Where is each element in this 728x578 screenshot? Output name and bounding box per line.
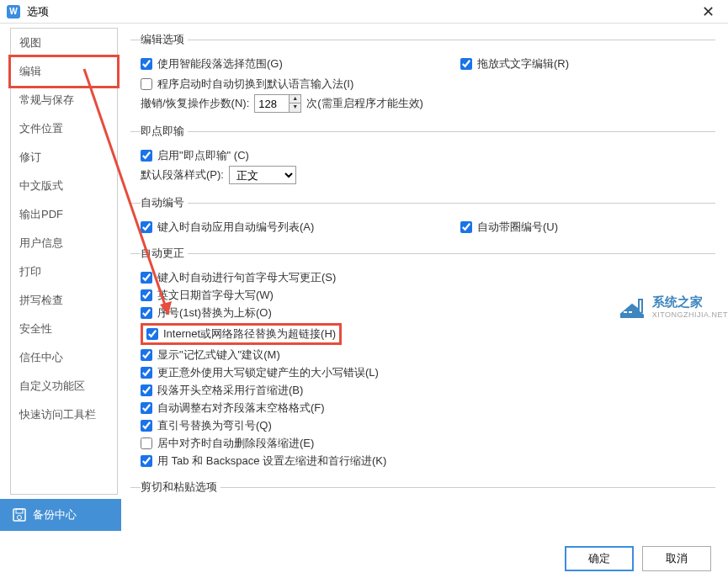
sidebar-item-user-info[interactable]: 用户信息 xyxy=(11,229,117,257)
sidebar-item-spellcheck[interactable]: 拼写检查 xyxy=(11,286,117,315)
checkbox-auto-list[interactable] xyxy=(141,221,152,233)
fieldset-cut-paste: 剪切和粘贴选项 xyxy=(130,480,715,499)
checkbox-ordinal-super[interactable] xyxy=(141,307,152,319)
spinner-down-icon[interactable]: ▼ xyxy=(290,103,300,112)
checkbox-smart-quotes[interactable] xyxy=(141,420,152,432)
checkbox-auto-circle[interactable] xyxy=(460,221,472,233)
checkbox-auto-ime[interactable] xyxy=(141,78,152,90)
select-default-style[interactable]: 正文 xyxy=(229,166,296,184)
disk-icon xyxy=(13,508,26,522)
footer-area: 备份中心 确定 取消 xyxy=(0,499,728,578)
backup-center-label: 备份中心 xyxy=(33,507,77,522)
checkbox-enable-click[interactable] xyxy=(141,150,152,162)
sidebar-item-export-pdf[interactable]: 输出PDF xyxy=(11,200,117,229)
checkbox-capslock-correct[interactable] xyxy=(141,367,152,379)
checkbox-drag-edit[interactable] xyxy=(460,58,472,70)
sidebar-item-trust-center[interactable]: 信任中心 xyxy=(11,343,117,372)
fieldset-click-type: 即点即输 启用"即点即输" (C) 默认段落样式(P): 正文 xyxy=(130,124,715,188)
watermark: 系统之家 XITONGZHIJIA.NET xyxy=(617,293,728,320)
sidebar-item-edit[interactable]: 编辑 xyxy=(8,55,120,88)
label-smart-paragraph: 使用智能段落选择范围(G) xyxy=(157,56,283,72)
spinner-up-icon[interactable]: ▲ xyxy=(290,95,300,103)
legend-click: 即点即输 xyxy=(141,124,188,139)
label-date-cap: 英文日期首字母大写(W) xyxy=(157,288,274,303)
backup-center-button[interactable]: 备份中心 xyxy=(0,499,121,531)
legend-cutpaste: 剪切和粘贴选项 xyxy=(141,480,221,495)
sidebar-item-view[interactable]: 视图 xyxy=(11,29,117,57)
label-auto-ime: 程序启动时自动切换到默认语言输入法(I) xyxy=(157,77,353,92)
undo-steps-input[interactable] xyxy=(255,95,289,112)
cancel-button[interactable]: 取消 xyxy=(642,546,711,571)
sidebar-item-revision[interactable]: 修订 xyxy=(11,143,117,172)
sidebar-item-general-save[interactable]: 常规与保存 xyxy=(11,86,117,114)
checkbox-date-cap[interactable] xyxy=(141,289,152,301)
window-title: 选项 xyxy=(27,4,49,19)
checkbox-right-align-space[interactable] xyxy=(141,402,152,414)
ok-button[interactable]: 确定 xyxy=(565,546,634,571)
fieldset-auto-number: 自动编号 键入时自动应用自动编号列表(A) 自动带圈编号(U) xyxy=(130,195,715,239)
label-smart-quotes: 直引号替换为弯引号(Q) xyxy=(157,418,272,433)
label-ordinal-super: 序号(1st)替换为上标(O) xyxy=(157,305,272,321)
label-tab-indent: 用 Tab 和 Backspace 设置左缩进和首行缩进(K) xyxy=(157,453,386,469)
sidebar-item-custom-ribbon[interactable]: 自定义功能区 xyxy=(11,372,117,400)
label-internet-hyperlink: Internet或网络路径替换为超链接(H) xyxy=(163,326,336,342)
sidebar: 视图 编辑 常规与保存 文件位置 修订 中文版式 输出PDF 用户信息 打印 拼… xyxy=(10,28,118,495)
label-undo-suffix: 次(需重启程序才能生效) xyxy=(306,96,423,111)
svg-point-6 xyxy=(18,516,22,520)
label-enable-click: 启用"即点即输" (C) xyxy=(157,148,249,163)
label-capslock-correct: 更正意外使用大写锁定键产生的大小写错误(L) xyxy=(157,365,379,380)
label-auto-circle: 自动带圈编号(U) xyxy=(477,220,558,235)
content-panel: 编辑选项 使用智能段落选择范围(G) 拖放式文字编辑(R) 程序启动时自动切换到… xyxy=(118,24,728,499)
checkbox-smart-paragraph[interactable] xyxy=(141,58,152,70)
legend-autocorrect: 自动更正 xyxy=(141,246,188,261)
checkbox-internet-hyperlink[interactable] xyxy=(146,328,158,340)
label-center-indent: 居中对齐时自动删除段落缩进(E) xyxy=(157,436,314,451)
label-autocomplete: 显示"记忆式键入"建议(M) xyxy=(157,347,280,363)
watermark-logo-icon xyxy=(617,293,647,320)
label-right-align-space: 自动调整右对齐段落末空格格式(F) xyxy=(157,400,325,416)
sidebar-item-chinese-layout[interactable]: 中文版式 xyxy=(11,172,117,200)
label-para-indent: 段落开头空格采用行首缩进(B) xyxy=(157,383,303,398)
checkbox-autocomplete[interactable] xyxy=(141,349,152,361)
checkbox-center-indent[interactable] xyxy=(141,437,152,449)
checkbox-sentence-cap[interactable] xyxy=(141,272,152,284)
legend-edit: 编辑选项 xyxy=(141,32,188,47)
checkbox-para-indent[interactable] xyxy=(141,384,152,396)
legend-autonum: 自动编号 xyxy=(141,195,188,210)
titlebar: W 选项 ✕ xyxy=(0,0,728,24)
main-area: 视图 编辑 常规与保存 文件位置 修订 中文版式 输出PDF 用户信息 打印 拼… xyxy=(0,24,728,499)
sidebar-item-security[interactable]: 安全性 xyxy=(11,315,117,343)
label-drag-edit: 拖放式文字编辑(R) xyxy=(477,56,569,72)
label-default-style: 默认段落样式(P): xyxy=(141,167,224,183)
app-icon: W xyxy=(7,5,20,19)
undo-steps-spinner[interactable]: ▲ ▼ xyxy=(254,94,301,113)
svg-rect-1 xyxy=(629,311,632,313)
label-sentence-cap: 键入时自动进行句首字母大写更正(S) xyxy=(157,270,336,285)
label-auto-list: 键入时自动应用自动编号列表(A) xyxy=(157,220,314,235)
sidebar-item-print[interactable]: 打印 xyxy=(11,257,117,286)
checkbox-tab-indent[interactable] xyxy=(141,455,152,467)
fieldset-autocorrect: 自动更正 键入时自动进行句首字母大写更正(S) 英文日期首字母大写(W) 序号(… xyxy=(130,246,715,473)
close-icon[interactable]: ✕ xyxy=(695,3,721,21)
watermark-subtitle: XITONGZHIJIA.NET xyxy=(652,310,728,319)
svg-rect-0 xyxy=(624,311,627,313)
label-undo-steps: 撤销/恢复操作步数(N): xyxy=(141,96,249,111)
fieldset-edit-options: 编辑选项 使用智能段落选择范围(G) 拖放式文字编辑(R) 程序启动时自动切换到… xyxy=(130,32,715,117)
sidebar-item-file-location[interactable]: 文件位置 xyxy=(11,114,117,143)
watermark-title: 系统之家 xyxy=(652,294,728,310)
sidebar-item-quick-access[interactable]: 快速访问工具栏 xyxy=(11,400,117,429)
